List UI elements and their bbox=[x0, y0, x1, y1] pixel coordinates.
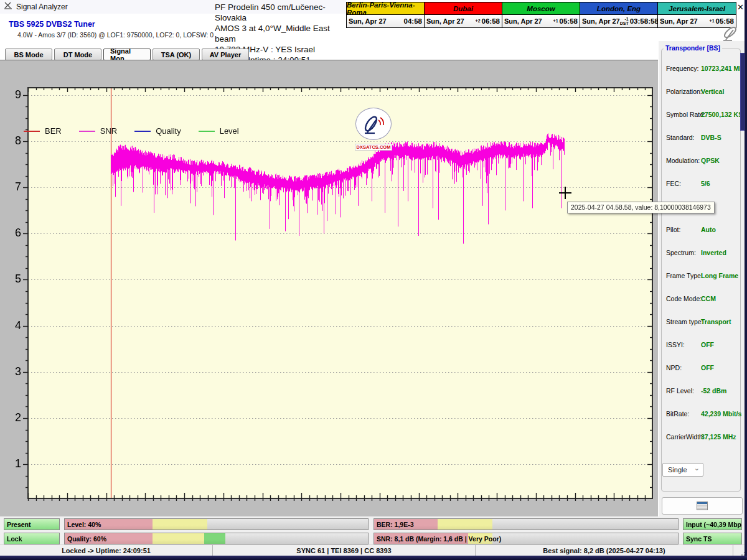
transponder-panel: Transponder [BS] Frequency:10723,241 MHz… bbox=[659, 41, 745, 516]
sync-bar: Sync TS bbox=[683, 533, 742, 544]
tuner-config: 4.0W - Amos 3/7 (ID: 3560) @ LOF1: 97500… bbox=[17, 31, 214, 39]
present-bar-label: Present bbox=[7, 519, 31, 530]
mis-selected-value: Single bbox=[668, 466, 687, 474]
chart-tooltip: 2025-04-27 04.58.58, value: 8,1000003814… bbox=[567, 202, 715, 213]
close-icon[interactable]: ✕ bbox=[737, 2, 744, 12]
transponder-label: Symbol Rate: bbox=[666, 111, 705, 118]
chart-legend: BERSNRQualityLevel bbox=[24, 126, 256, 136]
bar-segment bbox=[438, 519, 492, 530]
transponder-label: Frequency: bbox=[666, 65, 699, 72]
transponder-value: Vertical bbox=[701, 88, 724, 95]
clock-offset-value: +1 bbox=[710, 19, 715, 23]
chart-panel: BERSNRQualityLevel 987654321 DXSATCS.COM… bbox=[0, 60, 658, 516]
transponder-row: BitRate:42,239 Mbit/s bbox=[666, 410, 740, 419]
clock-utc-offset: +1 bbox=[542, 19, 560, 23]
y-tick-label: 5 bbox=[5, 273, 21, 286]
tab-av-player[interactable]: AV Player bbox=[202, 49, 249, 60]
transponder-label: BitRate: bbox=[666, 410, 689, 418]
crosshair-cursor bbox=[559, 187, 571, 199]
dxsatcs-logo-mark bbox=[355, 108, 392, 140]
status-bar: Locked -> Uptime: 24:09:51SYNC 61 | TEI … bbox=[0, 544, 745, 556]
transponder-row: Stream type:Transport bbox=[666, 318, 740, 327]
y-tick-label: 2 bbox=[5, 411, 21, 424]
lock-bar: Lock bbox=[4, 533, 60, 544]
transponder-row: Spectrum:Inverted bbox=[666, 249, 740, 258]
tab-tsa-ok-[interactable]: TSA (OK) bbox=[153, 49, 200, 60]
legend-item-snr: SNR bbox=[79, 126, 117, 136]
bar-segment bbox=[204, 533, 225, 544]
tab-signal-mon-[interactable]: Signal Mon. bbox=[103, 49, 151, 60]
antenna-note-line: PF Prodelin 450 cm/Lučenec-Slovakia bbox=[215, 2, 347, 23]
transponder-row: Symbol Rate:27500,132 KS/s bbox=[666, 111, 740, 119]
status-text: Best signal: 8,2 dB (2025-04-27 04:13) bbox=[543, 547, 665, 554]
transponder-value: CCM bbox=[701, 295, 716, 302]
y-tick-label: 8 bbox=[5, 134, 21, 147]
clock-city-label: Berlin-Paris-Vienna-Roma bbox=[347, 2, 424, 15]
transponder-row: Frame Type:Long Frame bbox=[666, 272, 740, 281]
transponder-label: CarrierWidth: bbox=[666, 433, 705, 441]
transponder-value: 42,239 Mbit/s bbox=[701, 410, 741, 418]
panel-action-button[interactable] bbox=[662, 497, 743, 515]
world-clocks: Berlin-Paris-Vienna-RomaSun, Apr 2704:58… bbox=[346, 2, 736, 28]
clock-city-label: Moscow bbox=[502, 2, 580, 15]
legend-swatch bbox=[24, 131, 40, 132]
transponder-label: NPD: bbox=[666, 364, 682, 371]
lock-bar-label: Lock bbox=[7, 533, 22, 544]
y-tick-label: 1 bbox=[5, 457, 21, 470]
status-section: SYNC 61 | TEI 8369 | CC 8393 bbox=[213, 545, 476, 556]
input-bar-label: Input (~40,39 Mbps) bbox=[686, 519, 742, 530]
y-tick-label: 6 bbox=[5, 226, 21, 240]
tuner-name: TBS 5925 DVBS2 Tuner bbox=[9, 20, 95, 29]
transponder-row: Polarization:Vertical bbox=[666, 88, 740, 96]
transponder-label: RF Level: bbox=[666, 387, 694, 394]
clock-date: Sun, Apr 27 bbox=[582, 17, 620, 25]
tab-dt-mode[interactable]: DT Mode bbox=[54, 49, 101, 60]
clock-time-row: Sun, Apr 27+105:58 bbox=[502, 15, 580, 27]
transponder-value: QPSK bbox=[701, 157, 720, 164]
quality-bar: Quality: 60% bbox=[64, 533, 369, 544]
status-section: Best signal: 8,2 dB (2025-04-27 04:13) bbox=[476, 545, 733, 556]
transponder-row: Modulation:QPSK bbox=[666, 157, 740, 166]
tab-bs-mode[interactable]: BS Mode bbox=[5, 49, 52, 60]
app-icon bbox=[4, 1, 12, 12]
clock-offset-value: +1 bbox=[553, 19, 558, 23]
legend-swatch bbox=[79, 131, 95, 132]
legend-label: BER bbox=[45, 126, 62, 136]
transponder-label: Code Mode: bbox=[666, 295, 702, 302]
level-bar-label: Level: 40% bbox=[67, 519, 101, 530]
transponder-value: -52 dBm bbox=[701, 387, 726, 394]
level-bar: Level: 40% bbox=[64, 518, 369, 530]
legend-item-quality: Quality bbox=[134, 126, 181, 136]
transponder-label: Standard: bbox=[666, 134, 695, 141]
mis-select[interactable]: Single ⌄ bbox=[662, 463, 703, 477]
clock-date: Sun, Apr 27 bbox=[504, 17, 542, 25]
mode-tabs: BS ModeDT ModeSignal Mon.TSA (OK)AV Play… bbox=[5, 49, 249, 60]
clock-cell: MoscowSun, Apr 27+105:58 bbox=[502, 2, 580, 27]
y-tick-label: 7 bbox=[5, 180, 21, 194]
transponder-label: Spectrum: bbox=[666, 249, 696, 256]
status-text: Locked -> Uptime: 24:09:51 bbox=[62, 547, 151, 554]
transponder-value: OFF bbox=[701, 341, 714, 348]
clock-time: 05:58 bbox=[560, 17, 578, 25]
clock-cell: London, EngSun, Apr 27-1DST03:58:58 bbox=[580, 2, 658, 27]
transponder-value: OFF bbox=[701, 364, 714, 371]
clock-date: Sun, Apr 27 bbox=[660, 17, 698, 25]
transponder-row: NPD:OFF bbox=[666, 364, 740, 373]
transponder-row: Frequency:10723,241 MHz bbox=[666, 65, 740, 73]
clock-city-label: Jerusalem-Israel bbox=[658, 2, 736, 15]
scrollbar-thumb[interactable] bbox=[740, 53, 745, 131]
transponder-panel-title: Transponder [BS] bbox=[664, 44, 722, 52]
clock-cell: Berlin-Paris-Vienna-RomaSun, Apr 2704:58 bbox=[347, 2, 425, 27]
present-bar: Present bbox=[4, 518, 60, 530]
dxsatcs-logo: DXSATCS.COM bbox=[354, 108, 393, 146]
transponder-label: Modulation: bbox=[666, 157, 700, 164]
transponder-label: Polarization: bbox=[666, 88, 702, 95]
bar-segment bbox=[153, 533, 204, 544]
transponder-row: RF Level:-52 dBm bbox=[666, 387, 740, 396]
transponder-value: Long Frame bbox=[701, 272, 738, 279]
y-tick-label: 4 bbox=[5, 319, 21, 332]
transponder-value: Inverted bbox=[701, 249, 726, 256]
y-tick-label: 9 bbox=[5, 88, 21, 101]
transponder-label: ISSYI: bbox=[666, 341, 685, 348]
transponder-row: Pilot:Auto bbox=[666, 226, 740, 235]
